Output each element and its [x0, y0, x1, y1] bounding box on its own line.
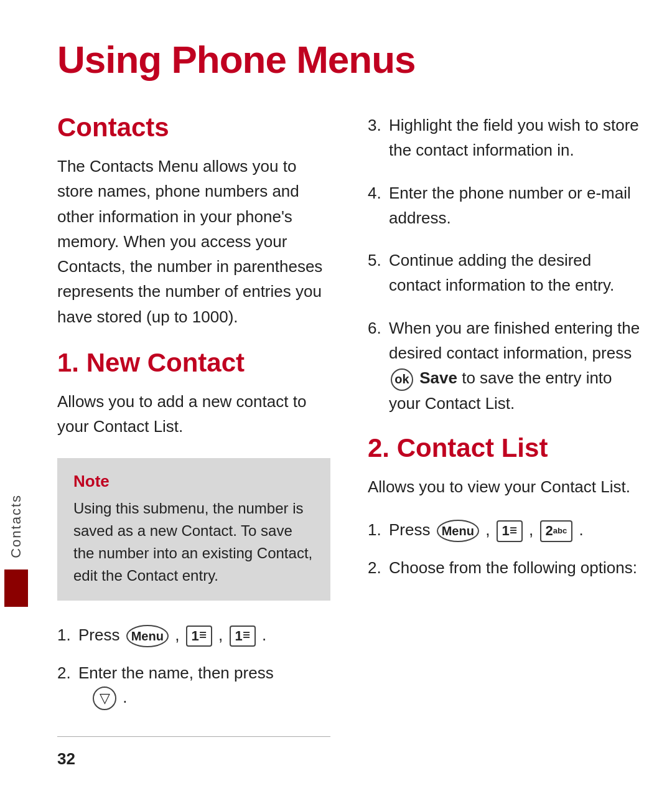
main-content: Using Phone Menus Contacts The Contacts …: [32, 0, 672, 806]
right-step-4-num: 4.: [368, 180, 383, 231]
right-step-3: 3. Highlight the field you wish to store…: [368, 113, 641, 163]
menu-key: Menu: [126, 625, 169, 647]
nav-key: ▽: [93, 687, 116, 710]
new-contact-title: 1. New Contact: [57, 348, 330, 378]
two-column-layout: Contacts The Contacts Menu allows you to…: [57, 113, 641, 769]
step-1: 1. Press Menu , 1☰ , 1☰ .: [57, 623, 330, 647]
sidebar-label: Contacts: [8, 494, 24, 558]
left-column: Contacts The Contacts Menu allows you to…: [57, 113, 330, 769]
right-column: 3. Highlight the field you wish to store…: [368, 113, 641, 769]
right-step-3-num: 3.: [368, 113, 383, 163]
right-step-3-text: Highlight the field you wish to store th…: [389, 113, 641, 163]
key-1a: 1☰: [186, 626, 212, 647]
page-title: Using Phone Menus: [57, 37, 641, 82]
cl-step-2-text: Choose from the following options:: [389, 556, 637, 580]
right-step-5-num: 5.: [368, 248, 383, 298]
right-step-4-text: Enter the phone number or e-mail address…: [389, 180, 641, 231]
page-number: 32: [57, 749, 330, 769]
contact-list-intro: Allows you to view your Contact List.: [368, 474, 641, 499]
cl-step-1-num: 1.: [368, 518, 385, 542]
step-2-text: Enter the name, then press ▽ .: [78, 661, 274, 710]
step-2: 2. Enter the name, then press ▽ .: [57, 661, 330, 710]
step-1-text: Press Menu , 1☰ , 1☰ .: [78, 623, 266, 647]
right-steps-list: 3. Highlight the field you wish to store…: [368, 113, 641, 433]
right-step-6-text: When you are finished entering the desir…: [389, 316, 641, 416]
right-step-6: 6. When you are finished entering the de…: [368, 316, 641, 416]
note-text: Using this submenu, the number is saved …: [73, 497, 314, 587]
cl-key-2: 2abc: [540, 520, 573, 542]
note-box: Note Using this submenu, the number is s…: [57, 458, 330, 601]
step-2-number: 2.: [57, 661, 75, 685]
contacts-body-text: The Contacts Menu allows you to store na…: [57, 154, 330, 329]
right-step-5: 5. Continue adding the desired contact i…: [368, 248, 641, 298]
sidebar-tab: Contacts: [0, 0, 32, 806]
step-1-number: 1.: [57, 623, 75, 647]
contacts-section-title: Contacts: [57, 113, 330, 143]
menu-key-2: Menu: [437, 520, 479, 542]
key-1b: 1☰: [230, 626, 256, 647]
sidebar-bar-indicator: [4, 569, 28, 607]
right-step-6-num: 6.: [368, 316, 383, 416]
cl-step-2-num: 2.: [368, 556, 385, 580]
save-label: Save: [419, 368, 457, 387]
new-contact-intro: Allows you to add a new contact to your …: [57, 389, 330, 439]
note-label: Note: [73, 472, 314, 491]
contact-list-title: 2. Contact List: [368, 433, 641, 463]
cl-step-1: 1. Press Menu , 1☰ , 2abc .: [368, 518, 641, 542]
cl-key-1: 1☰: [497, 520, 523, 542]
cl-step-2: 2. Choose from the following options:: [368, 556, 641, 580]
right-step-5-text: Continue adding the desired contact info…: [389, 248, 641, 298]
right-step-4: 4. Enter the phone number or e-mail addr…: [368, 180, 641, 231]
cl-step-1-text: Press Menu , 1☰ , 2abc .: [389, 518, 584, 542]
bottom-divider: [57, 736, 330, 737]
ok-key: ok: [391, 368, 413, 391]
